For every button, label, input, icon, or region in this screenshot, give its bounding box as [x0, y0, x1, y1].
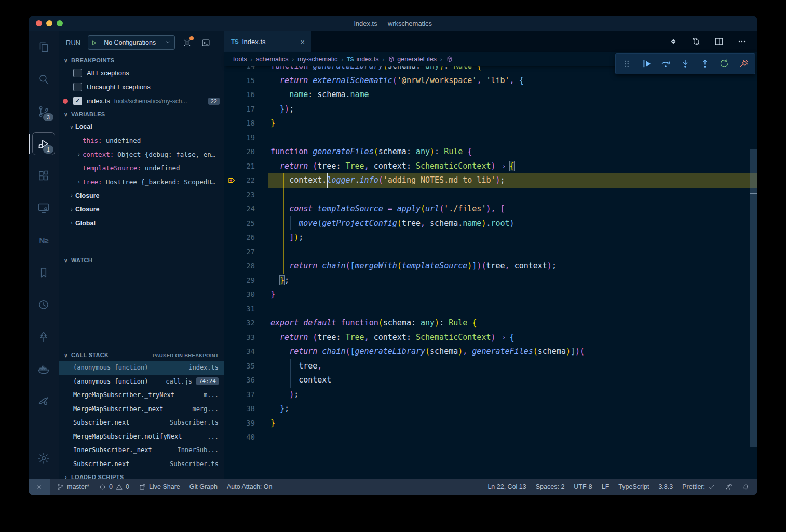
configure-launch-gear-button[interactable]: [180, 36, 194, 49]
breakpoint-row[interactable]: All Exceptions: [59, 66, 224, 80]
disconnect-button[interactable]: [737, 57, 751, 71]
status-live-share[interactable]: Live Share: [134, 479, 185, 495]
status-prettier[interactable]: Prettier:: [677, 479, 720, 495]
status-feedback[interactable]: [720, 479, 737, 495]
launch-config-dropdown[interactable]: No Configurations: [88, 35, 175, 50]
code-line-22[interactable]: 22 context.logger.info('adding NOTES.md …: [224, 173, 757, 188]
step-into-button[interactable]: [679, 57, 692, 71]
variables-scope-row[interactable]: ∨Local: [59, 120, 224, 134]
call-stack-frame[interactable]: Subscriber.nextSubscriber.ts: [59, 457, 224, 471]
breakpoint-checkbox[interactable]: [73, 83, 82, 91]
code-line-34[interactable]: 34 return chain([generateLibrary(schema)…: [224, 345, 757, 359]
code-line-27[interactable]: 27: [224, 245, 757, 260]
activity-source-control[interactable]: 3: [29, 96, 59, 128]
activity-settings[interactable]: [29, 442, 59, 474]
status-ts-version[interactable]: 3.8.3: [654, 479, 677, 495]
step-out-button[interactable]: [698, 57, 712, 71]
debug-console-button[interactable]: [199, 36, 212, 49]
more-actions-button[interactable]: [737, 36, 747, 47]
section-call-stack[interactable]: ∨CALL STACKPAUSED ON BREAKPOINT: [59, 349, 224, 361]
breadcrumb-item[interactable]: [446, 56, 455, 63]
call-stack-frame[interactable]: InnerSubscriber._nextInnerSub...: [59, 443, 224, 457]
breakpoint-row[interactable]: ✓index.tstools/schematics/my-sch...22: [59, 94, 224, 108]
code-line-24[interactable]: 24 const templateSource = apply(url('./f…: [224, 202, 757, 216]
activity-docker[interactable]: [29, 353, 59, 385]
section-variables[interactable]: ∨VARIABLES: [59, 108, 224, 120]
code-line-16[interactable]: 16 name: schema.name: [224, 88, 757, 102]
compare-changes-button[interactable]: [691, 36, 701, 47]
close-tab-icon[interactable]: ×: [299, 37, 306, 46]
activity-bookmarks[interactable]: [29, 256, 59, 289]
restart-button[interactable]: [717, 57, 731, 71]
call-stack-frame[interactable]: Subscriber.nextSubscriber.ts: [59, 416, 224, 430]
breadcrumb-item[interactable]: TSindex.ts: [347, 56, 379, 63]
code-line-35[interactable]: 35 tree,: [224, 359, 757, 374]
section-breakpoints[interactable]: ∨BREAKPOINTS: [59, 54, 224, 66]
code-line-29[interactable]: 29 };: [224, 274, 757, 288]
step-over-button[interactable]: [659, 57, 672, 71]
status-problems[interactable]: 00: [94, 479, 134, 495]
code-line-20[interactable]: 20function generateFiles(schema: any): R…: [224, 145, 757, 159]
start-debugging-icon[interactable]: [88, 39, 100, 47]
breadcrumb-item[interactable]: schematics: [256, 56, 289, 63]
variable-row[interactable]: this:undefined: [59, 134, 224, 148]
variables-scope-row[interactable]: ›Closure: [59, 202, 224, 216]
code-line-21[interactable]: 21 return (tree: Tree, context: Schemati…: [224, 159, 757, 174]
status-notifications[interactable]: [737, 479, 754, 495]
section-watch[interactable]: ∨WATCH: [59, 254, 224, 266]
variables-scope-row[interactable]: ›Global: [59, 216, 224, 230]
breadcrumb-item[interactable]: my-schematic: [297, 56, 337, 63]
call-stack-frame[interactable]: MergeMapSubscriber._tryNextm...: [59, 388, 224, 402]
status-git-graph[interactable]: Git Graph: [185, 479, 222, 495]
code-line-15[interactable]: 15 return externalSchematic('@nrwl/works…: [224, 74, 757, 88]
call-stack-frame[interactable]: (anonymous function)index.ts: [59, 361, 224, 375]
editor-scrollbar[interactable]: [750, 52, 757, 479]
split-editor-button[interactable]: [714, 36, 724, 47]
status-language-mode[interactable]: TypeScript: [614, 479, 654, 495]
code-line-28[interactable]: 28 return chain([mergeWith(templateSourc…: [224, 259, 757, 274]
variable-row[interactable]: templateSource:undefined: [59, 161, 224, 175]
activity-remote-explorer[interactable]: [29, 192, 59, 224]
call-stack-frame[interactable]: MergeMapSubscriber._nextmerg...: [59, 402, 224, 416]
status-indentation[interactable]: Spaces: 2: [531, 479, 570, 495]
code-line-25[interactable]: 25 move(getProjectConfig(tree, schema.na…: [224, 216, 757, 231]
call-stack-frame[interactable]: (anonymous function)call.js74:24: [59, 375, 224, 389]
title-bar[interactable]: index.ts — wrkschematics: [29, 16, 757, 31]
activity-deploy[interactable]: [29, 385, 59, 417]
activity-run-debug[interactable]: 1: [29, 128, 59, 160]
activity-explorer[interactable]: [29, 31, 59, 63]
tab-index-ts[interactable]: TS index.ts ×: [224, 31, 311, 52]
activity-nx-console[interactable]: N≥: [29, 224, 59, 256]
variable-row[interactable]: ›context:Object {debug: false, en…: [59, 147, 224, 161]
breakpoint-row[interactable]: Uncaught Exceptions: [59, 80, 224, 94]
breadcrumb-item[interactable]: generateFiles: [388, 56, 437, 63]
minimize-window-button[interactable]: [46, 20, 52, 26]
drag-grip-button[interactable]: [620, 57, 633, 71]
status-encoding[interactable]: UTF-8: [569, 479, 597, 495]
code-line-18[interactable]: 18}: [224, 116, 757, 131]
status-cursor-position[interactable]: Ln 22, Col 13: [483, 479, 531, 495]
code-line-17[interactable]: 17 });: [224, 102, 757, 117]
code-line-30[interactable]: 30}: [224, 288, 757, 302]
close-window-button[interactable]: [36, 20, 42, 26]
code-line-31[interactable]: 31: [224, 302, 757, 317]
code-line-39[interactable]: 39}: [224, 416, 757, 431]
code-line-40[interactable]: 40: [224, 430, 757, 445]
variable-row[interactable]: ›tree:HostTree {_backend: ScopedH…: [59, 175, 224, 189]
code-line-36[interactable]: 36 context: [224, 373, 757, 388]
call-stack-frame[interactable]: MergeMapSubscriber.notifyNext...: [59, 430, 224, 444]
activity-extensions[interactable]: [29, 160, 59, 192]
code-line-23[interactable]: 23: [224, 188, 757, 202]
code-line-33[interactable]: 33 return (tree: Tree, context: Schemati…: [224, 331, 757, 345]
activity-todo-tree[interactable]: [29, 321, 59, 353]
status-git-branch[interactable]: master*: [52, 479, 94, 495]
breadcrumb-item[interactable]: tools: [233, 56, 247, 63]
code-line-26[interactable]: 26 ]);: [224, 230, 757, 245]
code-editor[interactable]: 14function generateLibrary(schema: any):…: [224, 52, 757, 479]
activity-gitlens[interactable]: [29, 289, 59, 321]
open-changes-button[interactable]: [668, 36, 679, 47]
activity-search[interactable]: [29, 63, 59, 96]
zoom-window-button[interactable]: [57, 20, 63, 26]
code-line-32[interactable]: 32export default function(schema: any): …: [224, 316, 757, 331]
status-auto-attach[interactable]: Auto Attach: On: [222, 479, 277, 495]
